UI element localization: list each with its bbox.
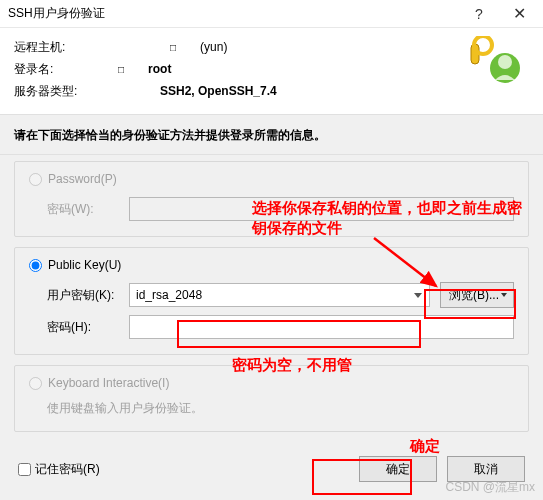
window-title: SSH用户身份验证	[4, 5, 459, 22]
server-type-label: 服务器类型:	[14, 83, 100, 100]
auth-icon	[465, 36, 523, 92]
passphrase-label: 密码(H):	[47, 319, 129, 336]
svg-point-1	[498, 55, 512, 69]
server-type-value: SSH2, OpenSSH_7.4	[160, 84, 277, 98]
remote-host-label: 远程主机:	[14, 39, 100, 56]
remember-checkbox-input[interactable]	[18, 463, 31, 476]
browse-button[interactable]: 浏览(B)...	[440, 282, 514, 308]
user-key-label: 用户密钥(K):	[47, 287, 129, 304]
keyboard-radio-label: Keyboard Interactive(I)	[48, 376, 169, 390]
user-key-value: id_rsa_2048	[136, 288, 202, 302]
remember-label: 记住密码(R)	[35, 461, 100, 478]
keyboard-radio	[29, 377, 42, 390]
help-button[interactable]: ?	[459, 1, 499, 27]
remote-host-value: (yun)	[200, 40, 227, 54]
square-icon-2: □	[118, 64, 124, 75]
remember-password-checkbox[interactable]: 记住密码(R)	[18, 461, 100, 478]
chevron-down-icon	[501, 293, 507, 297]
square-icon: □	[170, 42, 176, 53]
login-label: 登录名:	[14, 61, 100, 78]
login-value: root	[148, 62, 171, 76]
passphrase-input[interactable]	[129, 315, 514, 339]
ok-button[interactable]: 确定	[359, 456, 437, 482]
watermark: CSDN @流星mx	[445, 479, 535, 496]
password-input	[129, 197, 514, 221]
close-button[interactable]: ✕	[499, 1, 539, 27]
keyboard-subtext: 使用键盘输入用户身份验证。	[47, 400, 514, 417]
public-key-radio[interactable]	[29, 259, 42, 272]
instruction-text: 请在下面选择恰当的身份验证方法并提供登录所需的信息。	[0, 114, 543, 155]
user-key-select[interactable]: id_rsa_2048	[129, 283, 430, 307]
password-radio-label: Password(P)	[48, 172, 117, 186]
public-key-radio-label: Public Key(U)	[48, 258, 121, 272]
browse-button-label: 浏览(B)...	[449, 287, 499, 304]
password-field-label: 密码(W):	[47, 201, 129, 218]
password-radio	[29, 173, 42, 186]
